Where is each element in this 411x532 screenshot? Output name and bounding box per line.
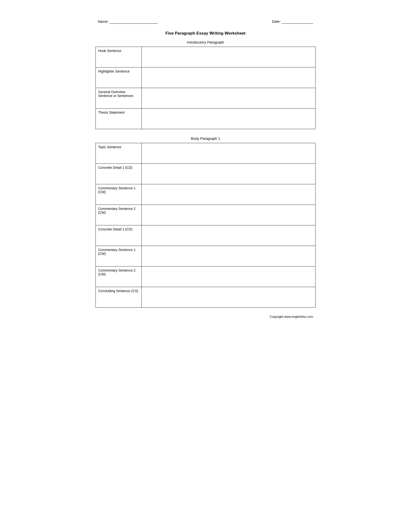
- date-label: Date:: [272, 19, 281, 23]
- row-label: Concrete Detail 2 (CD): [96, 225, 142, 246]
- row-content: [142, 67, 316, 88]
- row-content: [142, 246, 316, 266]
- body1-table: Topic SentenceConcrete Detail 1 (CD)Comm…: [95, 143, 316, 308]
- row-content: [142, 164, 316, 184]
- body1-heading: Body Paragraph 1: [95, 136, 316, 141]
- row-label: Highlighter Sentence: [96, 67, 142, 88]
- row-content: [142, 266, 316, 287]
- table-row: Concluding Sentence (CS): [96, 287, 316, 308]
- row-label: General Overview Sentence or Sentences: [96, 88, 142, 109]
- table-row: Hook Sentence: [96, 47, 316, 67]
- row-content: [142, 47, 316, 67]
- row-content: [142, 109, 316, 129]
- row-content: [142, 143, 316, 164]
- name-label: Name:: [98, 19, 109, 23]
- row-label: Commentary Sentence 2 (CM): [96, 266, 142, 287]
- row-content: [142, 225, 316, 246]
- row-label: Concrete Detail 1 (CD): [96, 164, 142, 184]
- introductory-table: Hook SentenceHighlighter SentenceGeneral…: [95, 47, 316, 129]
- row-label: Thesis Statement: [96, 109, 142, 129]
- row-content: [142, 205, 316, 225]
- row-label: Commentary Sentence 1 (CM): [96, 184, 142, 205]
- table-row: Thesis Statement: [96, 109, 316, 129]
- name-field: Name:: [98, 19, 158, 24]
- table-row: Commentary Sentence 2 (CM): [96, 266, 316, 287]
- row-label: Topic Sentence: [96, 143, 142, 164]
- row-content: [142, 184, 316, 205]
- table-row: Topic Sentence: [96, 143, 316, 164]
- row-content: [142, 88, 316, 109]
- date-field: Date:: [272, 19, 313, 24]
- worksheet-title: Five Paragraph Essay Writing Worksheet: [95, 31, 316, 36]
- row-label: Hook Sentence: [96, 47, 142, 67]
- row-label: Commentary Sentence 2 (CM): [96, 205, 142, 225]
- table-row: General Overview Sentence or Sentences: [96, 88, 316, 109]
- table-row: Commentary Sentence 2 (CM): [96, 205, 316, 225]
- table-row: Concrete Detail 1 (CD): [96, 164, 316, 184]
- header-row: Name: Date:: [95, 19, 316, 24]
- intro-heading: Introductory Paragraph: [95, 40, 316, 44]
- row-content: [142, 287, 316, 308]
- table-row: Commentary Sentence 1 (CM): [96, 246, 316, 266]
- date-underline: [282, 19, 313, 24]
- table-row: Concrete Detail 2 (CD): [96, 225, 316, 246]
- row-label: Concluding Sentence (CS): [96, 287, 142, 308]
- table-row: Commentary Sentence 1 (CM): [96, 184, 316, 205]
- table-row: Highlighter Sentence: [96, 67, 316, 88]
- copyright: Copyright www.englishlinx.com: [95, 315, 316, 318]
- name-underline: [110, 19, 158, 24]
- row-label: Commentary Sentence 1 (CM): [96, 246, 142, 266]
